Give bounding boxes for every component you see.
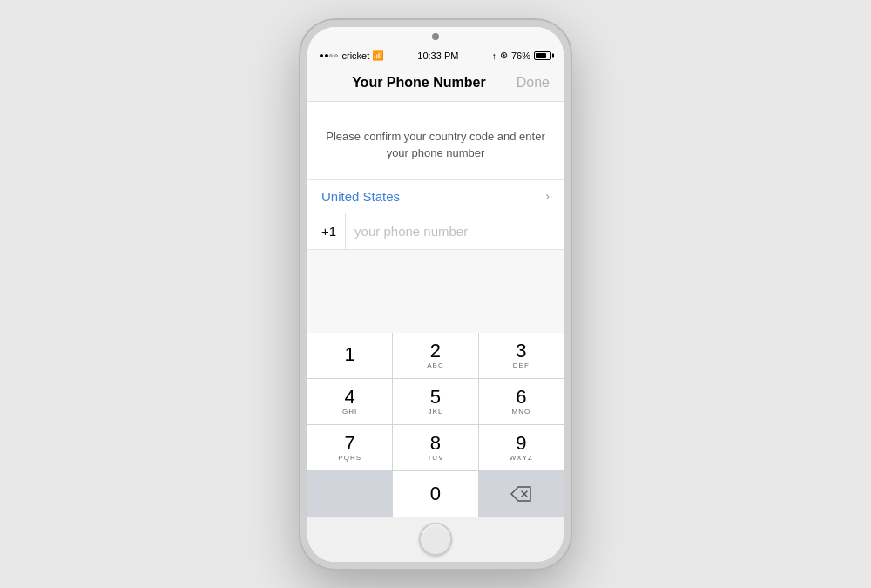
signal-dot-2 <box>325 54 328 57</box>
status-right: ↑ ⊛ 76% <box>491 50 551 61</box>
wifi-icon: 📶 <box>372 50 384 61</box>
home-area <box>307 517 564 562</box>
key-4[interactable]: 4 GHI <box>307 379 392 424</box>
description-section: Please confirm your country code and ent… <box>307 102 564 179</box>
signal-dot-4 <box>334 54 338 57</box>
key-0[interactable]: 0 <box>393 471 477 517</box>
keypad: 1 2 ABC 3 DEF 4 GHI 5 JKL <box>307 333 564 517</box>
key-3[interactable]: 3 DEF <box>479 333 564 378</box>
key-5[interactable]: 5 JKL <box>393 379 477 424</box>
key-8[interactable]: 8 TUV <box>393 425 477 470</box>
chevron-right-icon: › <box>545 189 550 203</box>
country-selector[interactable]: United States › <box>307 180 564 213</box>
key-6[interactable]: 6 MNO <box>479 379 564 424</box>
battery-percent: 76% <box>511 51 530 61</box>
content-spacer <box>307 250 564 333</box>
signal-dot-3 <box>329 54 333 57</box>
country-code: +1 <box>321 213 346 249</box>
status-time: 10:33 PM <box>417 51 458 61</box>
phone-input-row: +1 your phone number <box>307 213 564 250</box>
key-1[interactable]: 1 <box>307 333 392 378</box>
status-bar: cricket 📶 10:33 PM ↑ ⊛ 76% <box>307 46 564 65</box>
key-delete[interactable] <box>479 471 564 517</box>
signal-bars <box>320 54 338 57</box>
delete-icon <box>510 486 531 502</box>
battery-icon <box>534 51 551 60</box>
status-left: cricket 📶 <box>320 50 384 61</box>
camera-dot <box>432 33 439 40</box>
country-name: United States <box>321 189 400 204</box>
camera-area <box>307 27 564 46</box>
key-9[interactable]: 9 WXYZ <box>479 425 564 470</box>
done-button[interactable]: Done <box>517 75 550 91</box>
phone-device: cricket 📶 10:33 PM ↑ ⊛ 76% Your Phone Nu… <box>300 20 571 569</box>
content-area: Please confirm your country code and ent… <box>307 102 564 562</box>
key-7[interactable]: 7 PQRS <box>307 425 392 470</box>
nav-title: Your Phone Number <box>352 75 486 91</box>
battery-fill <box>536 53 546 58</box>
phone-screen: cricket 📶 10:33 PM ↑ ⊛ 76% Your Phone Nu… <box>307 27 564 562</box>
location-icon: ↑ <box>491 51 496 61</box>
nav-bar: Your Phone Number Done <box>307 65 564 102</box>
carrier-name: cricket <box>342 51 370 61</box>
home-button[interactable] <box>419 523 452 556</box>
key-empty-left <box>307 471 392 517</box>
signal-dot-1 <box>320 54 323 57</box>
phone-number-input[interactable]: your phone number <box>354 224 468 239</box>
description-text: Please confirm your country code and ent… <box>325 128 546 162</box>
key-2[interactable]: 2 ABC <box>393 333 477 378</box>
bluetooth-icon: ⊛ <box>500 50 508 61</box>
